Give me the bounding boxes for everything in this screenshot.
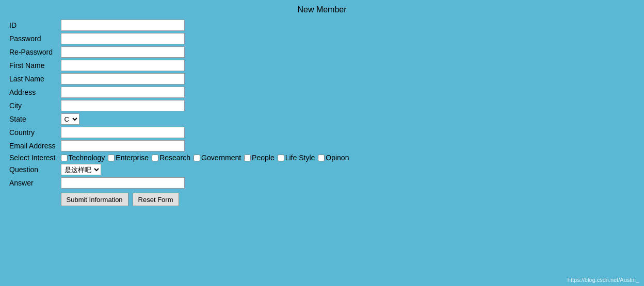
interest-lifestyle: Life Style bbox=[278, 154, 315, 162]
interest-research: Research bbox=[152, 154, 190, 162]
answer-label: Answer bbox=[7, 176, 59, 190]
answer-input[interactable] bbox=[61, 177, 185, 189]
id-input[interactable] bbox=[61, 20, 185, 31]
password-label: Password bbox=[7, 32, 59, 45]
interest-government: Government bbox=[194, 154, 241, 162]
email-label: Email Address bbox=[7, 139, 59, 153]
interest-row: Select Interest Technology Enterprise Re… bbox=[7, 153, 351, 163]
firstname-row: First Name bbox=[7, 59, 351, 72]
interest-label: Select Interest bbox=[7, 153, 59, 163]
country-row: Country bbox=[7, 126, 351, 139]
page-title: New Member bbox=[7, 5, 637, 14]
city-input[interactable] bbox=[61, 100, 185, 111]
watermark: https://blog.csdn.net/Austin_ bbox=[568, 277, 639, 283]
question-row: Question 是这样吧 bbox=[7, 163, 351, 176]
reset-button[interactable]: Reset Form bbox=[133, 193, 179, 206]
interest-enterprise: Enterprise bbox=[108, 154, 149, 162]
label-people: People bbox=[252, 154, 275, 162]
checkbox-enterprise[interactable] bbox=[108, 155, 115, 161]
interest-people: People bbox=[244, 154, 275, 162]
checkbox-research[interactable] bbox=[152, 155, 158, 161]
city-label: City bbox=[7, 99, 59, 112]
question-label: Question bbox=[7, 163, 59, 176]
id-row: ID bbox=[7, 19, 351, 32]
lastname-label: Last Name bbox=[7, 72, 59, 86]
button-container: Submit Information Reset Form bbox=[61, 191, 349, 206]
button-row: Submit Information Reset Form bbox=[7, 190, 351, 207]
label-technology: Technology bbox=[69, 154, 105, 162]
firstname-input[interactable] bbox=[61, 60, 185, 71]
state-row: State C bbox=[7, 112, 351, 126]
answer-row: Answer bbox=[7, 176, 351, 190]
email-input[interactable] bbox=[61, 140, 185, 152]
interests-container: Technology Enterprise Research Governmen… bbox=[61, 154, 349, 162]
submit-button[interactable]: Submit Information bbox=[61, 193, 128, 206]
interest-technology: Technology bbox=[61, 154, 105, 162]
checkbox-government[interactable] bbox=[194, 155, 200, 161]
checkbox-people[interactable] bbox=[244, 155, 251, 161]
label-research: Research bbox=[159, 154, 190, 162]
password-input[interactable] bbox=[61, 33, 185, 44]
repassword-label: Re-Password bbox=[7, 45, 59, 59]
checkbox-technology[interactable] bbox=[61, 155, 68, 161]
country-input[interactable] bbox=[61, 127, 185, 138]
page-wrapper: New Member ID Password Re-Password First… bbox=[0, 0, 644, 212]
state-select[interactable]: C bbox=[61, 113, 79, 125]
address-label: Address bbox=[7, 86, 59, 99]
label-government: Government bbox=[201, 154, 241, 162]
address-input[interactable] bbox=[61, 87, 185, 98]
id-label: ID bbox=[7, 19, 59, 32]
registration-form: ID Password Re-Password First Name Last … bbox=[7, 19, 351, 207]
checkbox-lifestyle[interactable] bbox=[278, 155, 284, 161]
email-row: Email Address bbox=[7, 139, 351, 153]
repassword-row: Re-Password bbox=[7, 45, 351, 59]
interest-opinon: Opinon bbox=[318, 154, 349, 162]
repassword-input[interactable] bbox=[61, 46, 185, 58]
question-select[interactable]: 是这样吧 bbox=[61, 164, 101, 175]
firstname-label: First Name bbox=[7, 59, 59, 72]
state-label: State bbox=[7, 112, 59, 126]
label-lifestyle: Life Style bbox=[285, 154, 315, 162]
lastname-input[interactable] bbox=[61, 73, 185, 85]
password-row: Password bbox=[7, 32, 351, 45]
address-row: Address bbox=[7, 86, 351, 99]
label-opinon: Opinon bbox=[326, 154, 349, 162]
checkbox-opinon[interactable] bbox=[318, 155, 325, 161]
city-row: City bbox=[7, 99, 351, 112]
label-enterprise: Enterprise bbox=[116, 154, 149, 162]
lastname-row: Last Name bbox=[7, 72, 351, 86]
country-label: Country bbox=[7, 126, 59, 139]
